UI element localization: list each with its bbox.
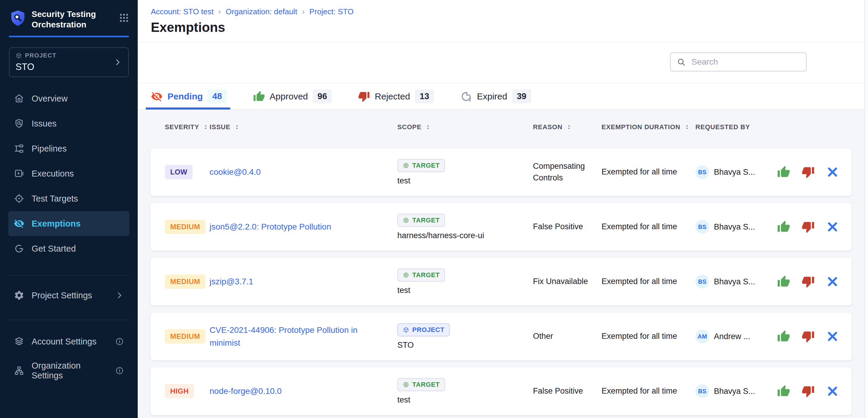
severity-badge: MEDIUM (165, 220, 206, 234)
sort-icon[interactable] (234, 123, 240, 131)
column-header-issue[interactable]: ISSUE (210, 123, 397, 131)
column-header-requested-by[interactable]: REQUESTED BY (695, 123, 776, 131)
tab-count-badge: 13 (415, 89, 434, 103)
tab-approved[interactable]: Approved 96 (253, 83, 332, 109)
search-icon (677, 58, 686, 66)
reason: Compensating Controls (533, 161, 601, 184)
tab-expired[interactable]: Expired 39 (460, 83, 531, 109)
cancel-x-icon[interactable] (826, 166, 839, 179)
issue-link[interactable]: jszip@3.7.1 (210, 275, 397, 288)
sidebar-item-get-started[interactable]: Get Started (8, 236, 129, 261)
apps-grid-icon[interactable] (119, 12, 129, 23)
severity-badge: LOW (165, 165, 192, 179)
column-header-exemption-duration[interactable]: EXEMPTION DURATION (601, 123, 695, 131)
sort-icon[interactable] (203, 123, 209, 131)
org-chart-gear-icon (14, 365, 25, 376)
scope-name: test (397, 176, 533, 185)
search-box[interactable] (670, 53, 807, 71)
scope-name: test (397, 286, 533, 295)
target-circle-icon (403, 162, 409, 169)
target-circle-icon (403, 272, 409, 278)
issue-link[interactable]: json5@2.2.0: Prototype Pollution (210, 220, 397, 233)
approve-thumb-up-icon[interactable] (777, 330, 790, 343)
sidebar-item-exemptions[interactable]: Exemptions (8, 211, 129, 236)
sidebar-item-overview[interactable]: Overview (8, 86, 129, 111)
shield-search-icon (14, 118, 25, 129)
table-row: LOW cookie@0.4.0 TARGET test Compensatin… (151, 148, 851, 196)
cancel-x-icon[interactable] (826, 385, 839, 398)
sort-icon[interactable] (684, 123, 690, 131)
reject-thumb-down-icon[interactable] (802, 385, 815, 398)
avatar: BS (695, 165, 709, 179)
scope-pill: TARGET (397, 378, 445, 391)
reject-thumb-down-icon[interactable] (802, 275, 815, 288)
cancel-x-icon[interactable] (826, 220, 839, 234)
sidebar-item-organization-settings[interactable]: Organization Settings (8, 358, 129, 383)
sidebar-item-account-settings[interactable]: Account Settings (8, 329, 129, 354)
home-icon (14, 93, 25, 104)
reason: Fix Unavailable (533, 276, 601, 287)
sidebar-item-pipelines[interactable]: Pipelines (8, 136, 129, 161)
reject-thumb-down-icon[interactable] (802, 166, 815, 179)
table-row: HIGH node-forge@0.10.0 TARGET test False… (151, 368, 851, 415)
sort-icon[interactable] (566, 123, 572, 131)
project-selector[interactable]: PROJECT STO (9, 47, 129, 77)
issue-link[interactable]: node-forge@0.10.0 (210, 385, 397, 397)
approve-thumb-up-icon[interactable] (777, 275, 790, 288)
cancel-x-icon[interactable] (826, 275, 839, 288)
severity-badge: MEDIUM (165, 275, 206, 289)
column-header-severity[interactable]: SEVERITY (165, 123, 210, 131)
tab-rejected[interactable]: Rejected 13 (358, 83, 434, 109)
scope-type-label: TARGET (412, 162, 440, 169)
eye-off-icon (151, 91, 163, 102)
vertical-scrollbar[interactable] (864, 0, 868, 418)
requested-by-name: Bhavya S... (714, 387, 755, 396)
scope-name: harness/harness-core-ui (397, 231, 533, 240)
issue-link[interactable]: CVE-2021-44906: Prototype Pollution in m… (210, 324, 397, 350)
scope-pill: TARGET (397, 269, 445, 282)
breadcrumb-link-account-sto-test[interactable]: Account: STO test (151, 7, 214, 16)
column-label: SEVERITY (165, 123, 199, 131)
approve-thumb-up-icon[interactable] (777, 220, 790, 234)
reject-thumb-down-icon[interactable] (802, 330, 815, 343)
table-row: MEDIUM CVE-2021-44906: Prototype Polluti… (151, 313, 851, 360)
approve-thumb-up-icon[interactable] (777, 166, 790, 179)
tab-count-badge: 48 (208, 89, 226, 103)
exemption-duration: Exempted for all time (601, 276, 695, 287)
sidebar-nav: Overview Issues Pipelines Executions Tes… (0, 86, 138, 261)
scope-type-label: TARGET (412, 216, 440, 224)
scope-type-label: TARGET (412, 381, 440, 388)
column-header-scope[interactable]: SCOPE (397, 123, 533, 131)
breadcrumb-link-project-sto[interactable]: Project: STO (309, 7, 353, 16)
cancel-x-icon[interactable] (826, 330, 839, 343)
cube-icon (403, 326, 409, 333)
sidebar-item-label: Exemptions (32, 219, 81, 229)
column-label: REQUESTED BY (695, 123, 750, 131)
divider (8, 275, 129, 276)
requested-by-name: Bhavya S... (714, 168, 755, 177)
exemption-duration: Exempted for all time (601, 385, 695, 397)
reject-thumb-down-icon[interactable] (802, 220, 815, 234)
tab-pending[interactable]: Pending 48 (151, 83, 227, 109)
sidebar-item-label: Organization Settings (32, 361, 108, 381)
sidebar-item-issues[interactable]: Issues (8, 111, 129, 136)
sidebar-item-label: Pipelines (32, 144, 67, 153)
history-icon (460, 91, 472, 102)
sidebar-item-executions[interactable]: Executions (8, 161, 129, 186)
avatar: AM (695, 329, 709, 343)
avatar: BS (695, 275, 709, 288)
approve-thumb-up-icon[interactable] (777, 385, 790, 398)
table-header-row: SEVERITY ISSUE SCOPE REASON EXEMPTION DU… (151, 120, 851, 134)
target-circle-icon (403, 381, 409, 388)
sidebar-item-test-targets[interactable]: Test Targets (8, 186, 129, 211)
search-input[interactable] (691, 57, 800, 67)
issue-link[interactable]: cookie@0.4.0 (210, 166, 397, 178)
avatar: BS (695, 384, 709, 398)
page-title: Exemptions (151, 20, 868, 35)
exemption-duration: Exempted for all time (601, 330, 695, 342)
sort-icon[interactable] (425, 123, 431, 131)
column-header-reason[interactable]: REASON (533, 123, 601, 131)
breadcrumb-link-organization-default[interactable]: Organization: default (226, 7, 297, 16)
accent-line (9, 36, 129, 37)
sidebar-item-project-settings[interactable]: Project Settings (8, 283, 129, 308)
